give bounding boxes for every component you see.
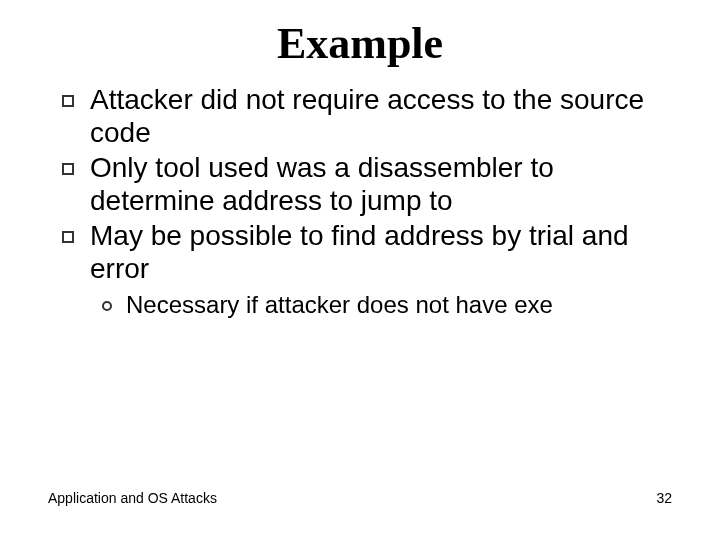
bullet-list: Attacker did not require access to the s…	[40, 83, 680, 285]
slide-title: Example	[40, 18, 680, 69]
slide: Example Attacker did not require access …	[0, 0, 720, 540]
page-number: 32	[656, 490, 672, 506]
bullet-text: May be possible to find address by trial…	[90, 220, 629, 284]
sub-bullet-item: Necessary if attacker does not have exe	[102, 291, 680, 320]
bullet-item: May be possible to find address by trial…	[62, 219, 680, 285]
bullet-item: Only tool used was a disassembler to det…	[62, 151, 680, 217]
square-bullet-icon	[62, 95, 74, 107]
bullet-item: Attacker did not require access to the s…	[62, 83, 680, 149]
square-bullet-icon	[62, 231, 74, 243]
footer-left: Application and OS Attacks	[48, 490, 217, 506]
footer: Application and OS Attacks 32	[0, 490, 720, 506]
circle-bullet-icon	[102, 301, 112, 311]
sub-bullet-list: Necessary if attacker does not have exe	[40, 291, 680, 320]
sub-bullet-text: Necessary if attacker does not have exe	[126, 291, 553, 318]
bullet-text: Only tool used was a disassembler to det…	[90, 152, 554, 216]
bullet-text: Attacker did not require access to the s…	[90, 84, 644, 148]
square-bullet-icon	[62, 163, 74, 175]
